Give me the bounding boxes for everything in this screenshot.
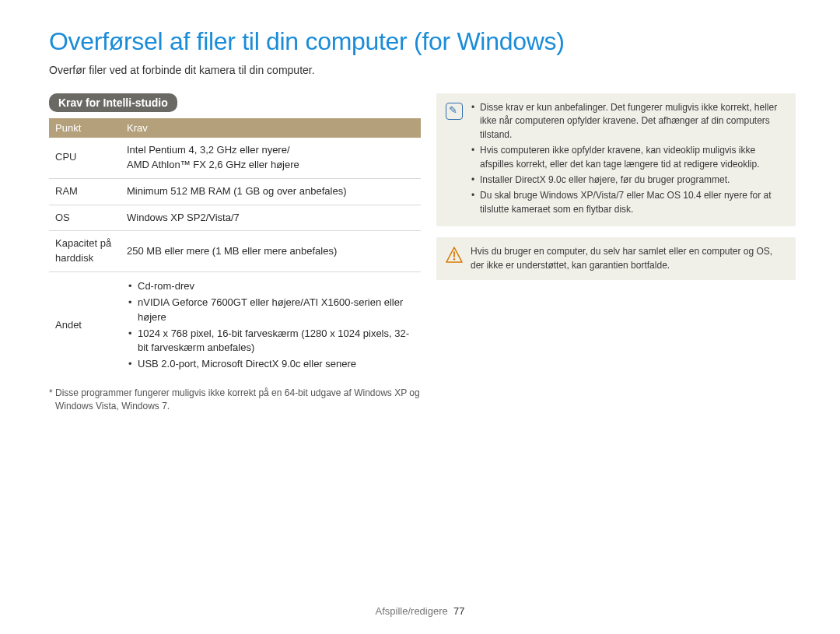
intro-text: Overfør filer ved at forbinde dit kamera… bbox=[49, 64, 791, 76]
cell-label-other: Andet bbox=[49, 272, 121, 380]
other-item: USB 2.0-port, Microsoft DirectX 9.0c ell… bbox=[127, 357, 415, 372]
table-row: Andet Cd-rom-drev nVIDIA Geforce 7600GT … bbox=[49, 272, 421, 380]
cell-value-ram: Minimum 512 MB RAM (1 GB og over anbefal… bbox=[121, 178, 421, 205]
note-item: Installer DirectX 9.0c eller højere, før… bbox=[471, 173, 786, 187]
cell-label-ram: RAM bbox=[49, 178, 121, 205]
cell-value-os: Windows XP SP2/Vista/7 bbox=[121, 205, 421, 231]
requirements-table: Punkt Krav CPU Intel Pentium 4, 3,2 GHz … bbox=[49, 118, 421, 379]
page-title: Overførsel af filer til din computer (fo… bbox=[49, 27, 791, 56]
footer-page-number: 77 bbox=[453, 605, 464, 617]
table-row: CPU Intel Pentium 4, 3,2 GHz eller nyere… bbox=[49, 138, 421, 178]
table-header-krav: Krav bbox=[121, 118, 421, 138]
cell-value-other: Cd-rom-drev nVIDIA Geforce 7600GT eller … bbox=[121, 272, 421, 380]
note-item: Disse krav er kun anbefalinger. Det fung… bbox=[471, 101, 786, 142]
other-item: 1024 x 768 pixel, 16-bit farveskærm (128… bbox=[127, 327, 415, 356]
note-callout: Disse krav er kun anbefalinger. Det fung… bbox=[436, 93, 796, 226]
note-icon bbox=[446, 103, 463, 120]
svg-point-2 bbox=[453, 258, 455, 260]
cell-value-cpu: Intel Pentium 4, 3,2 GHz eller nyere/ AM… bbox=[121, 138, 421, 178]
content-columns: Krav for Intelli-studio Punkt Krav CPU I… bbox=[49, 93, 791, 413]
warning-callout: Hvis du bruger en computer, du selv har … bbox=[436, 237, 796, 280]
right-column: Disse krav er kun anbefalinger. Det fung… bbox=[436, 93, 796, 413]
table-header-punkt: Punkt bbox=[49, 118, 121, 138]
cell-label-cpu: CPU bbox=[49, 138, 121, 178]
warning-text: Hvis du bruger en computer, du selv har … bbox=[471, 245, 786, 272]
note-list: Disse krav er kun anbefalinger. Det fung… bbox=[471, 101, 786, 219]
other-item: nVIDIA Geforce 7600GT eller højere/ATI X… bbox=[127, 296, 415, 325]
warning-icon bbox=[446, 247, 463, 264]
section-badge: Krav for Intelli-studio bbox=[49, 93, 177, 112]
left-column: Krav for Intelli-studio Punkt Krav CPU I… bbox=[49, 93, 421, 413]
other-item: Cd-rom-drev bbox=[127, 279, 415, 294]
footnote: * Disse programmer fungerer muligvis ikk… bbox=[49, 387, 421, 413]
note-item: Hvis computeren ikke opfylder kravene, k… bbox=[471, 144, 786, 171]
cell-value-disk: 250 MB eller mere (1 MB eller mere anbef… bbox=[121, 231, 421, 272]
footer-section: Afspille/redigere bbox=[376, 605, 448, 617]
note-item: Du skal bruge Windows XP/Vista/7 eller M… bbox=[471, 189, 786, 216]
table-row: OS Windows XP SP2/Vista/7 bbox=[49, 205, 421, 231]
cell-label-os: OS bbox=[49, 205, 121, 231]
table-row: RAM Minimum 512 MB RAM (1 GB og over anb… bbox=[49, 178, 421, 205]
table-row: Kapacitet på harddisk 250 MB eller mere … bbox=[49, 231, 421, 272]
cell-label-disk: Kapacitet på harddisk bbox=[49, 231, 121, 272]
page-footer: Afspille/redigere 77 bbox=[0, 605, 840, 617]
